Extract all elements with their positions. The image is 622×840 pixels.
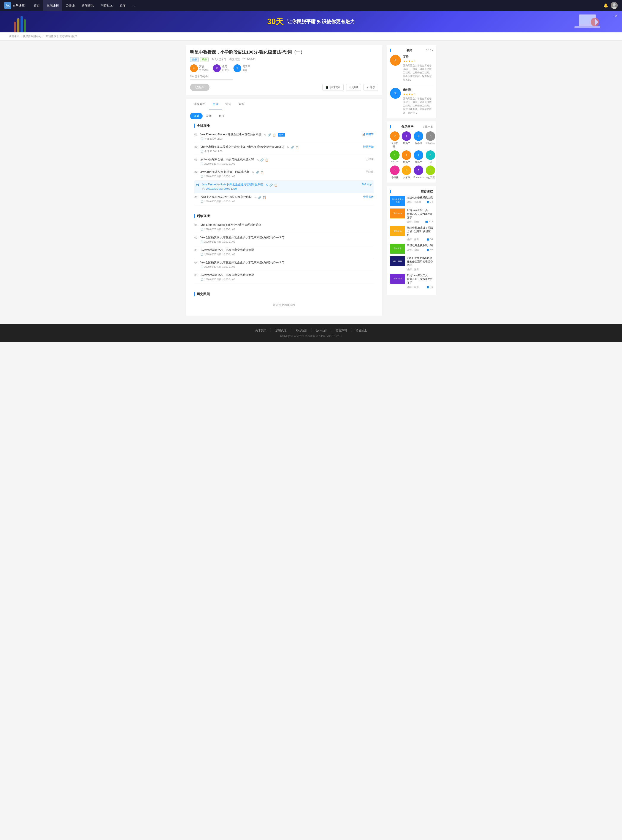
lesson-status-ended: 已结束 (363, 157, 374, 161)
nav-item-open[interactable]: 公开课 (62, 0, 78, 11)
edit-icon[interactable]: ✎ (254, 196, 256, 199)
lesson-icons: ✎ 🔗 📋 (287, 146, 299, 149)
edit-icon[interactable]: ✎ (287, 146, 289, 149)
rec-item-3[interactable]: 高级电商 高级电商全栈系统大课 讲师：冷峰 👥 40 (390, 244, 433, 254)
rec-item-5[interactable]: 玩转Java 玩转Java开发工具，精通JUC，成为开发多面手 讲师：岳田 👥 … (390, 274, 433, 289)
link-icon[interactable]: 🔗 (268, 133, 271, 136)
nav-item-home[interactable]: 首页 (30, 0, 43, 11)
lesson-status-replay[interactable]: 查看回放 (360, 195, 374, 199)
today-live-section: 今日直播 01 Vue Element+Node.js开发企业通用管理后台系统 … (190, 119, 378, 210)
phone-watch-button[interactable]: 📱 手机观看 (322, 84, 344, 91)
classmate-6: 1 1867** (413, 150, 424, 163)
sub-tab-record[interactable]: 录播 (203, 113, 215, 119)
nav-item-exam[interactable]: 题库 (116, 0, 129, 11)
teachers-page-nav[interactable]: 1/10 › (426, 49, 433, 52)
teacher-avatar-0: 罗 (190, 64, 198, 72)
lesson-num: 02 (194, 145, 200, 149)
classmates-card: 你的同学 ↺ 换一换 化 化学教书... 1 1567** 张 张小田 (387, 121, 436, 183)
nav-item-qa[interactable]: 问答社区 (97, 0, 116, 11)
tag-live: 直播 (190, 57, 199, 62)
rec-meta-5: 讲师：岳田 👥 46 (407, 286, 433, 289)
link-icon[interactable]: 🔗 (258, 196, 261, 199)
classmate-3: C Charles (426, 131, 435, 148)
nav-item-news[interactable]: 新闻资讯 (78, 0, 97, 11)
copy-icon[interactable]: 📋 (260, 171, 264, 174)
tab-intro[interactable]: 课程介绍 (190, 99, 209, 110)
rec-info-5: 玩转Java开发工具，精通JUC，成为开发多面手 讲师：岳田 👥 46 (407, 274, 433, 289)
classmate-avatar-9: 大 (402, 165, 411, 175)
rec-item-1[interactable]: 玩转Java 玩转Java开发工具，精通JUC，成为开发多面手 讲师：王峰 👥 … (390, 208, 433, 223)
rec-title-5: 玩转Java开发工具，精通JUC，成为开发多面手 (407, 274, 433, 284)
footer-link-agent[interactable]: 加盟代理 (275, 328, 287, 333)
progress-label: 0% 已学习0课时 (190, 75, 378, 78)
tab-review[interactable]: 评论 (222, 99, 235, 110)
link-icon[interactable]: 🔗 (269, 183, 273, 187)
footer-copyright: Copyright© 云朵学院 版权所有 京ICP备17051340号-1 (4, 334, 618, 338)
bell-icon[interactable]: 🔔 (604, 3, 608, 8)
teacher-desc-0: 国内某重点大学安全工程专业硕士、国家一级注册消防工程师、注册安全工程师、高级注册… (403, 64, 433, 82)
copy-icon[interactable]: 📋 (265, 158, 268, 162)
sub-tab-live[interactable]: 直播 (190, 113, 203, 119)
classmate-avatar-3: C (426, 131, 435, 141)
tab-catalog[interactable]: 目录 (209, 99, 222, 110)
link-icon[interactable]: 🔗 (256, 171, 259, 174)
copy-icon[interactable]: 📋 (263, 196, 266, 199)
teacher-avatar-sidebar-1: 宋 (390, 88, 401, 99)
link-icon[interactable]: 🔗 (291, 146, 294, 149)
navbar: yunzhu 云朵课堂 首页 发现课程 公开课 新闻资讯 问答社区 题库 ...… (0, 0, 622, 11)
logo[interactable]: yunzhu 云朵课堂 (4, 2, 30, 9)
user-avatar[interactable] (611, 2, 618, 9)
lesson-info: Vue全家桶实战 从零独立开发企业级小米电商系统(免费升级Vue3.0) ✎ 🔗… (200, 145, 360, 153)
footer-link-recruit[interactable]: 招资纳士 (356, 328, 367, 333)
rec-item-4[interactable]: Vue+Node Vue Element+Node.js开发企业通用管理后台系统… (390, 256, 433, 271)
classmate-name-10: Summers (413, 176, 424, 179)
edit-icon[interactable]: ✎ (256, 158, 259, 162)
rec-item-2[interactable]: 前端全栈 前端全栈加强版！前端全栈+全周期+多组应用 讲师：岳田 👥 56 (390, 226, 433, 241)
copy-icon[interactable]: 📋 (272, 133, 276, 136)
teacher-2: 青 青青平 助教 (233, 64, 250, 72)
lesson-status-replay[interactable]: 查看回放 (358, 183, 372, 186)
breadcrumb-series[interactable]: 新媒体营销系列 (23, 35, 41, 38)
edit-icon[interactable]: ✎ (252, 171, 254, 174)
banner-close-icon[interactable]: ✕ (614, 14, 618, 18)
switch-classmates-button[interactable]: ↺ 换一换 (422, 125, 433, 129)
logo-icon: yunzhu (4, 2, 11, 9)
collect-button[interactable]: ☆ 收藏 (346, 84, 361, 91)
tab-qa[interactable]: 问答 (235, 99, 248, 110)
copy-icon[interactable]: 📋 (295, 146, 299, 149)
tag-record: 录播 (200, 57, 209, 62)
footer-links: 关于我们 加盟代理 网站地图 合作伙伴 免责声明 招资纳士 (4, 328, 618, 333)
footer-link-partner[interactable]: 合作伙伴 (316, 328, 327, 333)
lesson-num: 04 (194, 170, 200, 174)
edit-icon[interactable]: ✎ (264, 133, 266, 136)
lesson-num: 03 (194, 157, 200, 161)
link-icon[interactable]: 🔗 (260, 158, 264, 162)
svg-rect-13 (575, 26, 601, 28)
footer-link-about[interactable]: 关于我们 (255, 328, 267, 333)
rec-thumb-5: 玩转Java (390, 274, 405, 284)
rec-info-0: 高级电商全栈系统大课 讲师：张小锋 👥 34 (407, 196, 433, 206)
lesson-resource[interactable]: 资料 (278, 133, 285, 136)
sub-tab-offline[interactable]: 面授 (215, 113, 228, 119)
rec-item-0[interactable]: 高级电商全栈系统 高级电商全栈系统大课 讲师：张小锋 👥 34 (390, 196, 433, 206)
lesson-time: 🕐 2020/02/26 周四 10:00-11:00 (202, 187, 358, 191)
classmate-name-9: 大笨狼 (403, 176, 410, 179)
share-button[interactable]: ↗ 分享 (363, 84, 378, 91)
bought-button[interactable]: 已购买 (190, 84, 209, 91)
course-tabs: 课程介绍 目录 评论 问答 (190, 99, 378, 110)
edit-icon[interactable]: ✎ (266, 183, 268, 187)
breadcrumb-discover[interactable]: 发现课程 (9, 35, 19, 38)
copy-icon[interactable]: 📋 (274, 183, 277, 187)
classmate-name-2: 张小田 (415, 142, 422, 145)
footer-link-sitemap[interactable]: 网站地图 (296, 328, 307, 333)
teachers-card-title: 名师 1/10 › (390, 48, 433, 52)
classmates-grid: 化 化学教书... 1 1567** 张 张小田 C Charles 1 1 (390, 131, 433, 179)
lesson-icons: ✎ 🔗 📋 (256, 158, 268, 162)
footer-link-disclaimer[interactable]: 免责声明 (335, 328, 347, 333)
nav-item-more[interactable]: ... (129, 0, 139, 11)
lesson-title: Vue全家桶实战 从零独立开发企业级小米电商系统(免费升级Vue3.0) (200, 145, 284, 149)
svg-text:yunzhu: yunzhu (6, 6, 11, 8)
teacher-avatar-2: 青 (233, 64, 241, 72)
nav-item-discover[interactable]: 发现课程 (43, 0, 62, 11)
course-actions: 已购买 📱 手机观看 ☆ 收藏 ↗ 分享 (190, 84, 378, 91)
